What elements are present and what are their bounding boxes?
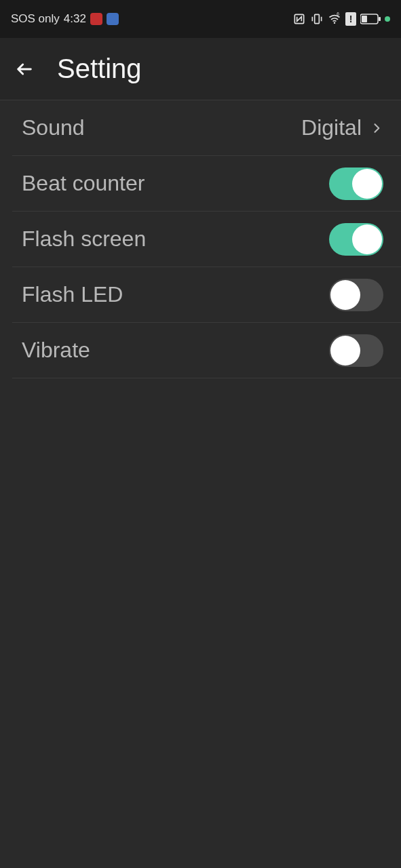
network-status: SOS only [11, 12, 60, 26]
chevron-right-icon [370, 121, 383, 135]
status-bar-left: SOS only 4:32 [11, 12, 119, 26]
settings-list: Sound Digital Beat counter Flash screen … [0, 100, 401, 378]
svg-text:!: ! [349, 14, 353, 24]
battery-icon [360, 14, 381, 24]
flash-led-toggle[interactable] [329, 279, 383, 311]
warning-icon: ! [345, 12, 356, 26]
svg-text:6: 6 [337, 12, 339, 16]
app-notification-icon-1 [90, 13, 102, 25]
app-notification-icon-2 [107, 13, 119, 25]
beat-counter-toggle[interactable] [329, 167, 383, 200]
setting-row-sound[interactable]: Sound Digital [12, 100, 401, 156]
sound-label: Sound [22, 115, 85, 140]
toggle-thumb [352, 169, 382, 199]
page-title: Setting [57, 54, 142, 84]
toggle-thumb [352, 224, 382, 254]
vibrate-toggle[interactable] [329, 334, 383, 367]
clock: 4:32 [64, 12, 86, 26]
active-indicator-icon [385, 16, 390, 22]
flash-screen-label: Flash screen [22, 226, 146, 252]
wifi-icon: 6 [328, 12, 341, 26]
toggle-thumb [330, 280, 360, 310]
vibrate-label: Vibrate [22, 338, 90, 363]
sound-value-group: Digital [301, 115, 383, 140]
svg-rect-8 [379, 17, 381, 21]
flash-screen-toggle[interactable] [329, 223, 383, 256]
svg-point-2 [334, 22, 336, 24]
status-bar: SOS only 4:32 6 ! [0, 0, 401, 38]
app-bar: Setting [0, 38, 401, 100]
flash-led-label: Flash LED [22, 282, 123, 307]
beat-counter-label: Beat counter [22, 171, 145, 196]
status-bar-right: 6 ! [292, 12, 390, 26]
setting-row-flash-led: Flash LED [12, 267, 401, 323]
vibrate-icon [310, 12, 324, 26]
sound-value: Digital [301, 115, 362, 140]
back-button[interactable] [14, 58, 35, 80]
setting-row-beat-counter: Beat counter [12, 156, 401, 212]
back-arrow-icon [15, 60, 34, 79]
svg-rect-1 [315, 14, 320, 23]
nfc-icon [292, 12, 306, 26]
setting-row-flash-screen: Flash screen [12, 212, 401, 267]
svg-rect-7 [362, 16, 367, 22]
toggle-thumb [330, 336, 360, 366]
setting-row-vibrate: Vibrate [12, 323, 401, 378]
